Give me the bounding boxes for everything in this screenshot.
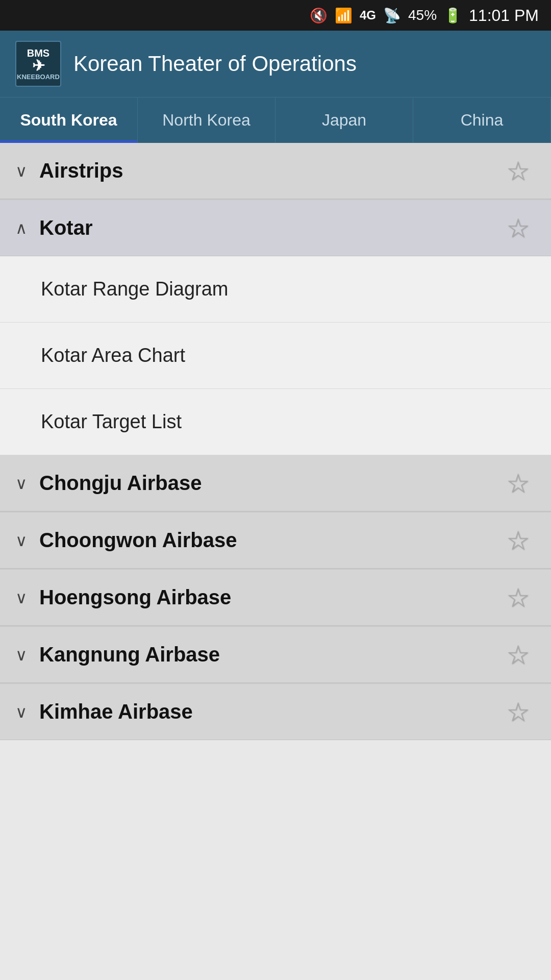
main-list: ∨ Airstrips ☆ ∧ Kotar ☆ Kotar Range Diag… <box>0 143 551 740</box>
subitem-kotar-area-chart-label: Kotar Area Chart <box>41 345 185 366</box>
tab-north-korea[interactable]: North Korea <box>138 97 276 143</box>
battery-level: 45% <box>408 7 437 23</box>
tab-china[interactable]: China <box>413 97 551 143</box>
app-header: BMS ✈ KNEEBOARD Korean Theater of Operat… <box>0 31 551 97</box>
app-title: Korean Theater of Operations <box>73 52 357 76</box>
section-kotar-title: Kotar <box>39 216 500 239</box>
signal-icon: 📡 <box>383 7 401 24</box>
star-kotar-button[interactable]: ☆ <box>500 210 536 246</box>
star-hoengsong-button[interactable]: ☆ <box>500 580 536 616</box>
star-airstrips-button[interactable]: ☆ <box>500 153 536 189</box>
star-kimhae-icon: ☆ <box>506 697 530 727</box>
star-airstrips-icon: ☆ <box>506 156 530 186</box>
star-chongju-button[interactable]: ☆ <box>500 465 536 501</box>
subitem-kotar-area-chart[interactable]: Kotar Area Chart <box>0 323 551 389</box>
section-airstrips-title: Airstrips <box>39 159 500 182</box>
section-choongwon[interactable]: ∨ Choongwon Airbase ☆ <box>0 512 551 569</box>
mute-icon: 🔇 <box>310 7 328 24</box>
star-kangnung-icon: ☆ <box>506 640 530 670</box>
status-bar: 🔇 📶 4G 📡 45% 🔋 11:01 PM <box>0 0 551 31</box>
section-kimhae-title: Kimhae Airbase <box>39 700 500 723</box>
star-kimhae-button[interactable]: ☆ <box>500 694 536 730</box>
subitem-kotar-range-diagram[interactable]: Kotar Range Diagram <box>0 256 551 323</box>
section-kangnung-title: Kangnung Airbase <box>39 643 500 666</box>
section-hoengsong[interactable]: ∨ Hoengsong Airbase ☆ <box>0 570 551 626</box>
section-choongwon-title: Choongwon Airbase <box>39 529 500 552</box>
subitem-kotar-target-list[interactable]: Kotar Target List <box>0 389 551 455</box>
star-kotar-icon: ☆ <box>506 213 530 243</box>
wifi-icon: 📶 <box>335 7 353 24</box>
star-kangnung-button[interactable]: ☆ <box>500 637 536 673</box>
tab-south-korea[interactable]: South Korea <box>0 97 138 143</box>
tab-bar: South Korea North Korea Japan China <box>0 97 551 143</box>
chevron-hoengsong-icon: ∨ <box>15 588 27 607</box>
section-kangnung[interactable]: ∨ Kangnung Airbase ☆ <box>0 627 551 683</box>
chevron-choongwon-icon: ∨ <box>15 531 27 550</box>
chevron-chongju-icon: ∨ <box>15 474 27 493</box>
app-logo: BMS ✈ KNEEBOARD <box>15 41 61 87</box>
star-chongju-icon: ☆ <box>506 468 530 499</box>
tab-japan[interactable]: Japan <box>276 97 413 143</box>
section-airstrips[interactable]: ∨ Airstrips ☆ <box>0 143 551 199</box>
subitem-kotar-target-list-label: Kotar Target List <box>41 411 182 433</box>
star-hoengsong-icon: ☆ <box>506 582 530 613</box>
subitem-kotar-range-diagram-label: Kotar Range Diagram <box>41 278 229 300</box>
logo-plane-icon: ✈ <box>32 58 45 74</box>
time-display: 11:01 PM <box>469 6 539 25</box>
section-hoengsong-title: Hoengsong Airbase <box>39 586 500 609</box>
section-kimhae[interactable]: ∨ Kimhae Airbase ☆ <box>0 684 551 740</box>
section-kotar[interactable]: ∧ Kotar ☆ <box>0 200 551 256</box>
battery-icon: 🔋 <box>444 7 462 24</box>
logo-kneeboard: KNEEBOARD <box>17 74 60 80</box>
logo-bms: BMS <box>27 48 49 58</box>
section-chongju[interactable]: ∨ Chongju Airbase ☆ <box>0 455 551 511</box>
section-chongju-title: Chongju Airbase <box>39 472 500 495</box>
lte-icon: 4G <box>360 8 376 22</box>
chevron-kimhae-icon: ∨ <box>15 702 27 722</box>
chevron-kotar-icon: ∧ <box>15 218 27 238</box>
star-choongwon-button[interactable]: ☆ <box>500 523 536 558</box>
chevron-airstrips-icon: ∨ <box>15 161 27 181</box>
star-choongwon-icon: ☆ <box>506 525 530 556</box>
chevron-kangnung-icon: ∨ <box>15 645 27 665</box>
